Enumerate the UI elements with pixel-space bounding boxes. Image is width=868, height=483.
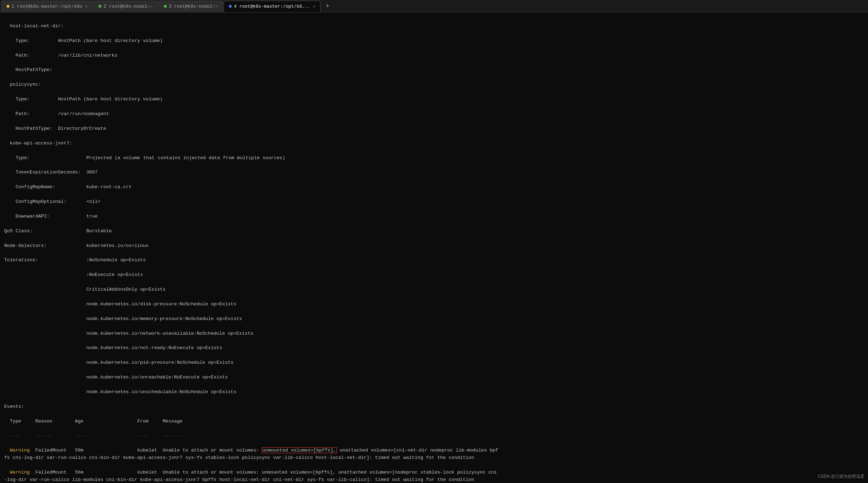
tab-2-label: 2 root@k8s-node1:~ — [103, 4, 152, 9]
terminal-line: HostPathType: — [4, 66, 864, 74]
terminal-line: node.kubernetes.io/unreachable:NoExecute… — [4, 374, 864, 381]
terminal-line: node.kubernetes.io/network-unavailable:N… — [4, 330, 864, 338]
tab-3[interactable]: 3 root@k8s-node2:~ — [159, 1, 223, 12]
terminal-line: node.kubernetes.io/not-ready:NoExecute o… — [4, 345, 864, 352]
terminal-line: Node-Selectors: kubernetes.io/os=linux — [4, 242, 864, 250]
tab-1[interactable]: 1 root@k8s-master:/opt/k8s ✕ — [1, 1, 93, 12]
terminal-line: node.kubernetes.io/pid-pressure:NoSchedu… — [4, 359, 864, 367]
watermark: CSDN @只因为你而温柔 — [818, 474, 865, 480]
tab-3-dot — [164, 5, 167, 8]
terminal-line-event1: Warning FailedMount 59m kubelet Unable t… — [4, 447, 864, 462]
terminal-line: kube-api-access-jxnr7: — [4, 140, 864, 147]
terminal-line: HostPathType: DirectoryOrCreate — [4, 125, 864, 133]
tab-bar: 1 root@k8s-master:/opt/k8s ✕ 2 root@k8s-… — [0, 0, 868, 13]
terminal-line: QoS Class: Burstable — [4, 228, 864, 235]
tab-1-close[interactable]: ✕ — [85, 4, 88, 9]
terminal-line: TokenExpirationSeconds: 3607 — [4, 169, 864, 176]
tab-4-close[interactable]: ✕ — [313, 4, 316, 9]
terminal-line: Type: HostPath (bare host directory volu… — [4, 96, 864, 103]
terminal-line: Path: /var/run/nodeagent — [4, 111, 864, 118]
terminal-line: host-local-net-dir: — [4, 23, 864, 30]
terminal-line: CriticalAddonsOnly op=Exists — [4, 286, 864, 293]
tab-4-label: 4 root@k8s-master:/opt/k8... — [234, 4, 310, 9]
terminal-line-col-header: Type Reason Age From Message — [4, 418, 864, 425]
terminal-line-dashes: ---- ------ ---- ---- ------- — [4, 433, 864, 440]
terminal-line: Path: /var/lib/cni/networks — [4, 52, 864, 59]
terminal-line: Tolerations: :NoSchedule op=Exists — [4, 257, 864, 264]
terminal-line: policysync: — [4, 81, 864, 88]
terminal-line: DownwardAPI: true — [4, 213, 864, 220]
tab-3-label: 3 root@k8s-node2:~ — [169, 4, 218, 9]
terminal-line-event2: Warning FailedMount 56m kubelet Unable t… — [4, 469, 864, 483]
tab-1-dot — [7, 5, 9, 8]
add-tab-button[interactable]: + — [323, 1, 332, 11]
terminal-line: node.kubernetes.io/memory-pressure:NoSch… — [4, 315, 864, 323]
tab-1-label: 1 root@k8s-master:/opt/k8s — [12, 4, 82, 9]
tab-4[interactable]: 4 root@k8s-master:/opt/k8... ✕ — [224, 1, 320, 12]
terminal-line: ConfigMapName: kube-root-ca.crt — [4, 184, 864, 191]
terminal-line: Type: HostPath (bare host directory volu… — [4, 37, 864, 45]
terminal-line: Type: Projected (a volume that contains … — [4, 155, 864, 162]
tab-4-dot — [229, 5, 232, 8]
terminal-line-events-header: Events: — [4, 403, 864, 411]
terminal-line: :NoExecute op=Exists — [4, 271, 864, 279]
tab-2[interactable]: 2 root@k8s-node1:~ — [93, 1, 158, 12]
tab-2-dot — [99, 5, 101, 8]
terminal-line: ConfigMapOptional: <nil> — [4, 198, 864, 206]
terminal-output[interactable]: host-local-net-dir: Type: HostPath (bare… — [0, 13, 868, 483]
terminal-line: node.kubernetes.io/disk-pressure:NoSched… — [4, 301, 864, 308]
terminal-line: node.kubernetes.io/unschedulable:NoSched… — [4, 389, 864, 396]
